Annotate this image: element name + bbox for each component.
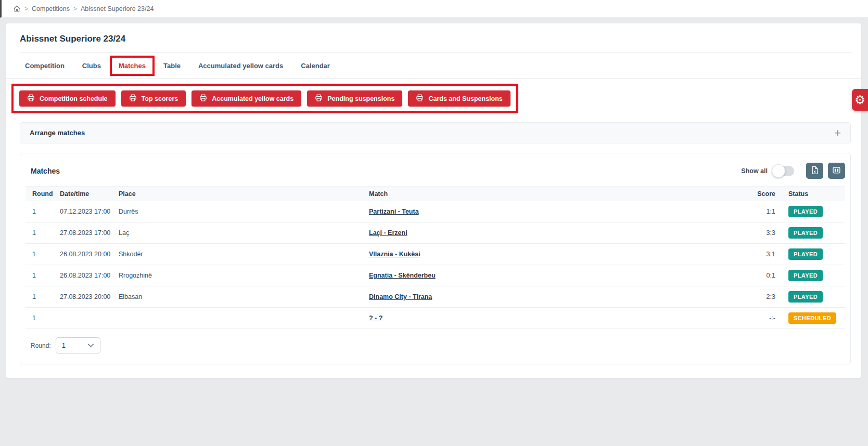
- chevron-down-icon: [87, 342, 94, 349]
- table-row: 127.08.2023 20:00ElbasanDinamo City - Ti…: [25, 286, 845, 308]
- column-visibility-button[interactable]: [828, 163, 845, 179]
- cell-match: ? - ?: [369, 314, 736, 322]
- cell-datetime: 26.08.2023 17:00: [60, 272, 119, 279]
- tab-calendar[interactable]: Calendar: [292, 58, 339, 74]
- table-row: 107.12.2023 17:00DurrësPartizani - Teuta…: [25, 201, 845, 222]
- cell-status: PLAYED: [788, 206, 845, 217]
- col-header-status: Status: [788, 190, 845, 198]
- tab-matches[interactable]: Matches: [110, 56, 155, 76]
- breadcrumb-separator: >: [73, 5, 77, 12]
- tab-bar: CompetitionClubsMatchesTableAccumulated …: [6, 53, 861, 79]
- expand-plus-icon[interactable]: +: [834, 127, 841, 139]
- matches-table: RoundDate/timePlaceMatchScoreStatus 107.…: [25, 186, 845, 329]
- cell-place: Shkodër: [119, 251, 369, 258]
- gear-icon: ⚙: [854, 94, 865, 106]
- top-scorers-print-button[interactable]: Top scorers: [121, 90, 186, 107]
- print-buttons-annotation-box: Competition scheduleTop scorersAccumulat…: [11, 84, 518, 113]
- status-badge: PLAYED: [788, 270, 823, 281]
- printer-icon: [199, 94, 207, 103]
- cell-score: 1:1: [736, 208, 788, 215]
- excel-export-button[interactable]: [806, 163, 823, 179]
- cell-score: -:-: [736, 314, 788, 322]
- cell-status: PLAYED: [788, 248, 845, 260]
- show-all-toggle[interactable]: [773, 166, 794, 176]
- page-title: Abissnet Superiore 23/24: [6, 23, 861, 53]
- match-link[interactable]: ? - ?: [369, 314, 382, 322]
- printer-icon: [27, 94, 35, 103]
- round-filter-label: Round:: [31, 342, 51, 349]
- cell-place: Elbasan: [119, 293, 369, 300]
- cell-status: PLAYED: [788, 227, 845, 239]
- breadcrumb-current: Abissnet Superiore 23/24: [81, 5, 154, 12]
- cell-round: 1: [25, 272, 60, 279]
- tab-table[interactable]: Table: [155, 58, 189, 74]
- competition-schedule-print-button[interactable]: Competition schedule: [19, 90, 116, 107]
- table-row: 126.08.2023 17:00RrogozhinëEgnatia - Skë…: [25, 265, 845, 286]
- cell-datetime: 27.08.2023 17:00: [60, 229, 119, 237]
- cell-datetime: 27.08.2023 20:00: [60, 293, 119, 300]
- accumulated-yellow-cards-print-button[interactable]: Accumulated yellow cards: [192, 90, 301, 107]
- tab-accumulated-yellow-cards[interactable]: Accumulated yellow cards: [189, 58, 292, 74]
- cell-place: Laç: [119, 229, 369, 237]
- cell-status: PLAYED: [788, 291, 845, 303]
- excel-export-icon: [810, 166, 819, 176]
- status-badge: PLAYED: [788, 291, 823, 303]
- match-link[interactable]: Partizani - Teuta: [369, 208, 419, 215]
- settings-fab[interactable]: ⚙: [852, 89, 868, 111]
- print-button-label: Competition schedule: [40, 95, 108, 102]
- show-all-label: Show all: [741, 167, 768, 175]
- status-badge: PLAYED: [788, 248, 823, 260]
- print-button-label: Top scorers: [142, 95, 178, 102]
- printer-icon: [315, 94, 323, 103]
- cell-match: Egnatia - Skënderbeu: [369, 272, 736, 279]
- match-link[interactable]: Laçi - Erzeni: [369, 229, 407, 237]
- cell-round: 1: [25, 229, 60, 237]
- col-header-match: Match: [369, 190, 736, 198]
- table-row: 1? - ?-:-SCHEDULED: [25, 308, 845, 329]
- col-header-score: Score: [736, 190, 788, 198]
- tab-competition[interactable]: Competition: [16, 58, 73, 74]
- round-select-value: 1: [62, 342, 66, 349]
- table-row: 126.08.2023 20:00ShkodërVllaznia - Kukës…: [25, 244, 845, 265]
- cell-score: 0:1: [736, 272, 788, 279]
- home-icon[interactable]: [13, 5, 21, 12]
- arrange-matches-title: Arrange matches: [30, 129, 85, 137]
- toggle-knob[interactable]: [772, 164, 785, 178]
- arrange-matches-panel-header[interactable]: Arrange matches +: [20, 122, 851, 143]
- cards-and-suspensions-print-button[interactable]: Cards and Suspensions: [408, 90, 510, 107]
- matches-section-title: Matches: [31, 167, 60, 175]
- table-row: 127.08.2023 17:00LaçLaçi - Erzeni3:3PLAY…: [25, 222, 845, 244]
- col-header-date-time: Date/time: [60, 190, 119, 198]
- status-badge: PLAYED: [788, 206, 823, 217]
- cell-score: 2:3: [736, 293, 788, 300]
- matches-panel: Matches Show all: [20, 153, 851, 364]
- print-button-label: Cards and Suspensions: [428, 95, 502, 102]
- cell-place: Rrogozhinë: [119, 272, 369, 279]
- cell-datetime: 26.08.2023 20:00: [60, 251, 119, 258]
- status-badge: SCHEDULED: [788, 312, 836, 324]
- col-header-round: Round: [25, 190, 60, 198]
- cell-status: PLAYED: [788, 270, 845, 281]
- cell-place: Durrës: [119, 208, 369, 215]
- pending-suspensions-print-button[interactable]: Pending suspensions: [307, 90, 402, 107]
- cell-match: Laçi - Erzeni: [369, 229, 736, 237]
- cell-score: 3:1: [736, 251, 788, 258]
- col-header-place: Place: [119, 190, 369, 198]
- cell-round: 1: [25, 208, 60, 215]
- round-select[interactable]: 1: [56, 337, 100, 353]
- cell-match: Dinamo City - Tirana: [369, 293, 736, 300]
- table-header-row: RoundDate/timePlaceMatchScoreStatus: [25, 187, 845, 201]
- competition-card: Abissnet Superiore 23/24 CompetitionClub…: [5, 23, 862, 378]
- match-link[interactable]: Dinamo City - Tirana: [369, 293, 432, 300]
- cell-round: 1: [25, 293, 60, 300]
- breadcrumb: > Competitions > Abissnet Superiore 23/2…: [0, 0, 868, 18]
- cell-datetime: 07.12.2023 17:00: [60, 208, 119, 215]
- printer-icon: [416, 94, 424, 103]
- match-link[interactable]: Vllaznia - Kukësi: [369, 251, 420, 258]
- breadcrumb-competitions[interactable]: Competitions: [32, 5, 70, 12]
- tab-clubs[interactable]: Clubs: [73, 58, 110, 74]
- print-button-label: Accumulated yellow cards: [212, 95, 293, 102]
- cell-round: 1: [25, 314, 60, 322]
- match-link[interactable]: Egnatia - Skënderbeu: [369, 272, 436, 279]
- cell-status: SCHEDULED: [788, 312, 845, 324]
